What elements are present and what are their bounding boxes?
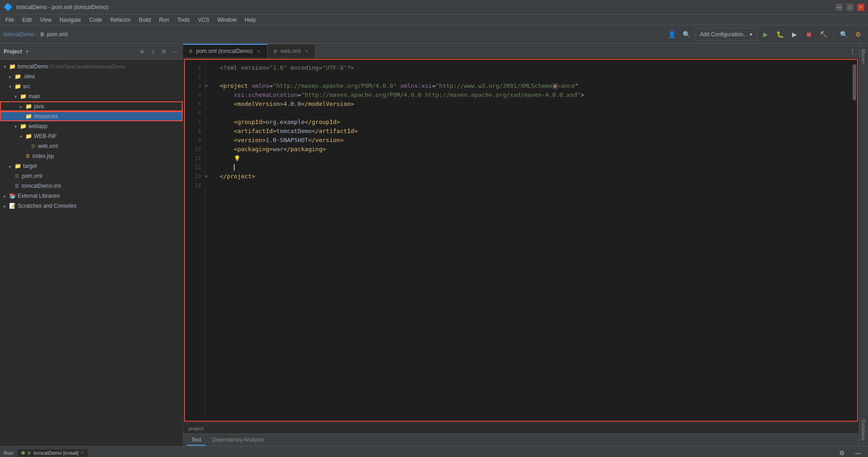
tab-pomxml-icon: 🗎 — [189, 48, 193, 54]
tab-pomxml[interactable]: 🗎 pom.xml (tomcatDemo) ✕ — [183, 44, 268, 57]
breadcrumb-separator: › — [36, 31, 38, 38]
run-panel-close-btn[interactable]: — — [852, 447, 864, 457]
tree-item-java[interactable]: ▸ 📁 java — [0, 101, 183, 111]
menu-view[interactable]: View — [36, 16, 55, 24]
tree-item-webxml[interactable]: 🗎 web.xml — [0, 141, 183, 151]
breadcrumb-project[interactable]: tomcatDemo — [4, 31, 34, 38]
run-tab-close[interactable]: ✕ — [80, 450, 84, 455]
menu-tools[interactable]: Tools — [174, 16, 193, 24]
expand-arrow-extlibs: ▸ — [4, 194, 9, 199]
tree-label-target: target — [23, 163, 37, 169]
menu-navigate[interactable]: Navigate — [56, 16, 85, 24]
tree-item-webinf[interactable]: ▾ 📁 WEB-INF — [0, 131, 183, 141]
build-button[interactable]: 🔨 — [817, 28, 830, 41]
code-area[interactable]: <?xml version="1.0" encoding="UTF-8"?> <… — [212, 60, 852, 421]
toolbar: tomcatDemo › 🗎 pom.xml 👤 🔍 Add Configura… — [0, 25, 868, 43]
line-num-14: 14 — [185, 181, 201, 190]
fold-marker-9 — [205, 136, 212, 145]
tree-item-root[interactable]: ▾ 📁 tomcatDemo D:\MyFiles\JavaWeb\tomcat… — [0, 62, 183, 71]
tab-pomxml-label: pom.xml (tomcatDemo) — [196, 48, 253, 54]
fold-marker-6 — [205, 109, 212, 118]
tree-item-idea[interactable]: ▸ 📁 .idea — [0, 71, 183, 81]
editor-breadcrumb-text: project — [189, 426, 203, 431]
coverage-button[interactable]: ▶ — [788, 28, 801, 41]
menu-code[interactable]: Code — [85, 16, 106, 24]
settings-button[interactable]: ⚙ — [852, 28, 864, 41]
line-num-3: 3 — [185, 81, 201, 90]
scrollbar[interactable] — [852, 60, 857, 421]
menu-help[interactable]: Help — [241, 16, 259, 24]
jsp-icon-indexjsp: 🗎 — [25, 153, 31, 159]
close-button[interactable]: ✕ — [857, 4, 864, 11]
code-line-3: <project xmlns="http://maven.apache.org/… — [220, 81, 852, 90]
sidebar-options-icon[interactable]: ⚙ — [159, 47, 168, 56]
line-num-8: 8 — [185, 127, 201, 136]
folder-icon-webapp: 📁 — [20, 123, 27, 129]
panel-tab-database[interactable]: Database — [859, 414, 868, 446]
line-num-6: 6 — [185, 109, 201, 118]
fold-marker-3[interactable]: ▾ — [205, 81, 212, 90]
menu-refactor[interactable]: Refactor — [107, 16, 134, 24]
toolbar-search-everywhere[interactable]: 🔍 — [680, 28, 693, 41]
run-settings-btn[interactable]: ⚙ — [835, 447, 848, 457]
menu-file[interactable]: File — [2, 16, 18, 24]
tree-item-resources[interactable]: 📁 resources — [0, 111, 183, 121]
menu-run[interactable]: Run — [156, 16, 173, 24]
menu-vcs[interactable]: VCS — [194, 16, 213, 24]
menu-window[interactable]: Window — [214, 16, 241, 24]
run-button[interactable]: ▶ — [759, 28, 772, 41]
minimize-button[interactable]: — — [835, 4, 843, 11]
tab-text[interactable]: Text — [187, 435, 206, 446]
tab-pomxml-close[interactable]: ✕ — [255, 48, 262, 54]
sidebar-locate-icon[interactable]: ⊕ — [137, 47, 146, 56]
tree-item-target[interactable]: ▸ 📁 target — [0, 161, 183, 171]
sidebar-dropdown-arrow[interactable]: ▾ — [26, 48, 28, 55]
debug-button[interactable]: 🐛 — [774, 28, 786, 41]
line-num-4: 4 — [185, 90, 201, 100]
tree-item-scratches[interactable]: ▸ 📝 Scratches and Consoles — [0, 201, 183, 211]
line-num-13: 13 — [185, 172, 201, 181]
xml-icon-pomxml: 🗎 — [14, 173, 20, 179]
tree-label-webinf: WEB-INF — [34, 133, 57, 139]
toolbar-separator — [833, 30, 834, 39]
sidebar-collapse-icon[interactable]: ≡ — [148, 47, 157, 56]
run-tab[interactable]: 🗎 tomcatDemo [install] ✕ — [18, 449, 88, 457]
toolbar-user-icon[interactable]: 👤 — [666, 28, 679, 41]
tree-label-scratches: Scratches and Consoles — [18, 203, 76, 209]
search-button[interactable]: 🔍 — [837, 28, 850, 41]
maximize-button[interactable]: □ — [846, 4, 854, 11]
tree-item-webapp[interactable]: ▾ 📁 webapp — [0, 121, 183, 131]
tab-dependency-analyzer[interactable]: Dependency Analyzer — [208, 435, 269, 446]
editor-area: 🗎 pom.xml (tomcatDemo) ✕ 🗎 web.xml ✕ ⋮ 1… — [183, 43, 859, 446]
add-configuration-button[interactable]: Add Configuration... ▾ — [695, 28, 757, 41]
sidebar-close-icon[interactable]: — — [170, 47, 179, 56]
tab-webxml[interactable]: 🗎 web.xml ✕ — [268, 44, 316, 57]
fold-marker-13[interactable]: ▾ — [205, 172, 212, 181]
menu-build[interactable]: Build — [135, 16, 155, 24]
panel-tab-maven[interactable]: Maven — [859, 43, 868, 69]
breadcrumb-filename[interactable]: pom.xml — [47, 31, 67, 38]
editor-content[interactable]: 1 2 3 4 5 6 7 8 9 10 11 12 13 14 — [185, 60, 857, 421]
tabs-overflow-button[interactable]: ⋮ — [846, 45, 859, 57]
editor-tabs: 🗎 pom.xml (tomcatDemo) ✕ 🗎 web.xml ✕ ⋮ — [183, 43, 859, 58]
tree-label-main: main — [28, 93, 40, 100]
right-panels: Maven Database — [859, 43, 868, 446]
code-line-2 — [220, 72, 852, 81]
scrollbar-thumb[interactable] — [853, 64, 856, 100]
line-num-5: 5 — [185, 100, 201, 109]
tree-item-src[interactable]: ▾ 📁 src — [0, 81, 183, 91]
editor-breadcrumb: project — [183, 423, 859, 433]
tree-item-indexjsp[interactable]: 🗎 index.jsp — [0, 151, 183, 161]
fold-marker-14 — [205, 181, 212, 190]
tree-item-iml[interactable]: 🗎 tomcatDemo.iml — [0, 181, 183, 191]
tree-item-main[interactable]: ▾ 📁 main — [0, 91, 183, 101]
menu-edit[interactable]: Edit — [19, 16, 35, 24]
tree-item-extlibs[interactable]: ▸ 📚 External Libraries — [0, 191, 183, 201]
code-line-8: <artifactId>tomcatDemo</artifactId> — [220, 127, 852, 136]
stop-button[interactable]: ⏹ — [802, 28, 815, 41]
tab-webxml-close[interactable]: ✕ — [303, 48, 310, 54]
expand-arrow-main: ▾ — [14, 94, 20, 99]
tree-item-pomxml[interactable]: 🗎 pom.xml — [0, 171, 183, 181]
folder-icon-webinf: 📁 — [25, 133, 32, 139]
fold-marker-4 — [205, 90, 212, 100]
